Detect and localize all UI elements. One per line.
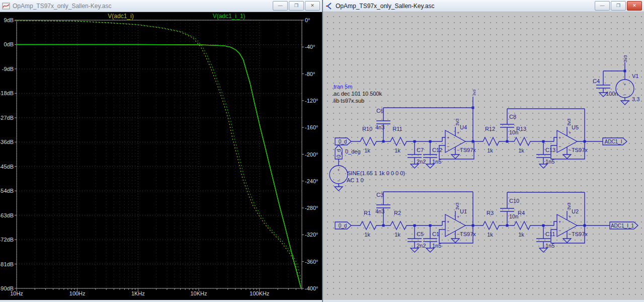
u1-vplus-pin: + bbox=[457, 214, 459, 219]
resistor-r11[interactable]: R11 1k bbox=[387, 126, 410, 154]
power-supply-v1[interactable]: 3v3 + − V1 3.3 bbox=[616, 55, 639, 105]
c5-value: 2n2 bbox=[417, 243, 426, 249]
waveform-close-button[interactable]: ✕ bbox=[305, 1, 320, 11]
capacitor-c8[interactable]: C8 10n bbox=[500, 109, 518, 141]
u2-vminus-pin: − bbox=[569, 232, 571, 237]
magnitude-curve-0 bbox=[17, 45, 301, 288]
spice-directive-tran[interactable]: .tran 5m bbox=[332, 84, 352, 90]
capacitor-c5[interactable]: C5 2n2 bbox=[408, 225, 426, 252]
waveform-window: OpAmp_TS97x_only_Sallen-Key.asc — ❐ ✕ 9d… bbox=[0, 0, 323, 302]
u4-power-label-3v3: 3v3 bbox=[455, 118, 460, 126]
u2-minus-input: − bbox=[558, 228, 561, 233]
capacitor-c6[interactable]: C6 4n3 bbox=[375, 108, 390, 141]
x-tick-label: 10Hz bbox=[10, 290, 23, 296]
opamp-u5[interactable]: + − + − 3v3 U5 TS97x bbox=[551, 118, 588, 159]
minimize-icon: — bbox=[278, 4, 283, 8]
trace-label-adc1-i[interactable]: V(adc1_i) bbox=[108, 13, 133, 20]
trace-label-adc1-i-1[interactable]: V(adc1_i_1) bbox=[213, 13, 246, 20]
c11-value: 1n5 bbox=[545, 243, 554, 249]
spice-directive-ac[interactable]: .ac dec 101 10 500k bbox=[332, 91, 382, 97]
capacitor-c7[interactable]: C7 2n2 bbox=[408, 141, 426, 168]
port-adc1-i-1[interactable]: ADC1_I_1 bbox=[610, 222, 638, 229]
schematic-minimize-button[interactable]: — bbox=[595, 1, 610, 11]
schematic-window-controls: — ❐ ✕ bbox=[595, 1, 642, 11]
opamp-u4[interactable]: + − + − 3v3 U4 TS97x bbox=[439, 118, 476, 159]
resistor-r12[interactable]: R12 1k bbox=[480, 126, 502, 154]
c6-name: C6 bbox=[376, 108, 383, 114]
capacitor-c1[interactable]: C1 1n5 bbox=[423, 225, 441, 252]
c7-name: C7 bbox=[417, 147, 424, 153]
y-left-tick-label: -81dB bbox=[0, 261, 14, 267]
waveform-titlebar[interactable]: OpAmp_TS97x_only_Sallen-Key.asc — ❐ ✕ bbox=[0, 0, 322, 12]
c8-name: C8 bbox=[509, 114, 516, 120]
y-right-tick-label: -80° bbox=[305, 71, 315, 77]
y-left-tick-label: -9dB bbox=[2, 66, 14, 72]
source-label: 0_deg bbox=[345, 148, 361, 155]
opamp-u1[interactable]: + − + − 3v3 U1 TS97x bbox=[439, 202, 476, 243]
c10-value: 10n bbox=[509, 213, 518, 219]
schematic-window-title: OpAmp_TS97x_only_Sallen-Key.asc bbox=[336, 3, 592, 10]
x-tick-label: 100Hz bbox=[69, 290, 86, 296]
y-right-tick-label: -360° bbox=[305, 259, 318, 265]
r11-name: R11 bbox=[392, 126, 402, 132]
ground-symbol bbox=[451, 155, 459, 159]
spice-directive-lib[interactable]: .lib ts97x.sub bbox=[332, 98, 364, 104]
u5-power-label-3v3: 3v3 bbox=[567, 118, 572, 126]
capacitor-c4[interactable]: C4 100n bbox=[593, 71, 625, 97]
u1-power-label-3v3: 3v3 bbox=[455, 202, 460, 210]
u1-name: U1 bbox=[460, 208, 467, 214]
u5-vplus-pin: + bbox=[569, 130, 571, 135]
waveform-window-bottom-border bbox=[0, 300, 322, 302]
schematic-canvas[interactable]: .tran 5m .ac dec 101 10 500k .lib ts97x.… bbox=[323, 12, 644, 300]
y-right-tick-label: -120° bbox=[305, 98, 318, 104]
waveform-minimize-button[interactable]: — bbox=[273, 1, 288, 11]
capacitor-c3[interactable]: C3 4n3 bbox=[375, 192, 390, 225]
u1-vminus-pin: − bbox=[457, 232, 459, 237]
ground-symbol bbox=[563, 239, 571, 243]
port-adc1-i[interactable]: ADC1_I bbox=[603, 138, 627, 145]
y-right-tick-label: -320° bbox=[305, 232, 318, 238]
r4-name: R4 bbox=[518, 210, 525, 216]
c1-name: C1 bbox=[432, 231, 439, 237]
source-value-sine: SINE(1.65 1 1k 0 0 0 0) bbox=[347, 170, 405, 176]
port-0d-source[interactable]: 0_d bbox=[335, 145, 342, 159]
resistor-r2[interactable]: R2 1k bbox=[387, 210, 410, 238]
waveform-plot-area[interactable]: 9dB0dB-9dB-18dB-27dB-36dB-45dB-54dB-63dB… bbox=[0, 12, 322, 300]
waveform-maximize-button[interactable]: ❐ bbox=[289, 1, 304, 11]
opamp-u2[interactable]: + − + − 3v3 U2 TS97x bbox=[551, 202, 588, 243]
y-right-tick-label: 0° bbox=[305, 17, 310, 23]
u2-vplus-pin: + bbox=[569, 214, 571, 219]
ground-symbol bbox=[621, 101, 629, 105]
svg-text:0_d: 0_d bbox=[339, 223, 347, 229]
c12-value: 1n5 bbox=[432, 159, 441, 165]
port-0d-bottom[interactable]: 0_d bbox=[335, 222, 351, 229]
y-left-tick-label: -27dB bbox=[0, 115, 14, 121]
ground-symbol bbox=[411, 164, 419, 168]
y-right-tick-label: -160° bbox=[305, 124, 318, 130]
schematic-drawing[interactable]: .tran 5m .ac dec 101 10 500k .lib ts97x.… bbox=[323, 12, 642, 298]
net-label-3v3-stub[interactable]: 3v3 bbox=[472, 90, 476, 96]
ground-symbol bbox=[539, 248, 547, 252]
phase-curve-1 bbox=[17, 21, 301, 283]
c1-value: 1n5 bbox=[432, 243, 441, 249]
r4-value: 1k bbox=[518, 232, 524, 238]
port-0d-top[interactable]: 0_d bbox=[335, 138, 351, 145]
x-tick-label: 1KHz bbox=[131, 290, 145, 296]
schematic-window-bottom-border bbox=[323, 300, 644, 302]
v1-plus: + bbox=[623, 82, 626, 87]
schematic-close-button[interactable]: ✕ bbox=[627, 1, 642, 11]
schematic-titlebar[interactable]: OpAmp_TS97x_only_Sallen-Key.asc — ❐ ✕ bbox=[323, 0, 644, 12]
capacitor-c10[interactable]: C10 10n bbox=[500, 192, 519, 225]
v1-name: V1 bbox=[632, 73, 638, 79]
r13-name: R13 bbox=[516, 126, 526, 132]
schematic-maximize-button[interactable]: ❐ bbox=[611, 1, 626, 11]
u5-plus-input: + bbox=[558, 135, 561, 140]
y-right-tick-label: -240° bbox=[305, 178, 318, 184]
r3-name: R3 bbox=[487, 210, 494, 216]
waveform-app-icon bbox=[2, 2, 10, 10]
ground-symbol bbox=[539, 164, 547, 168]
y-left-tick-label: 9dB bbox=[4, 17, 14, 23]
resistor-r3[interactable]: R3 1k bbox=[480, 210, 502, 238]
bode-plot[interactable]: 9dB0dB-9dB-18dB-27dB-36dB-45dB-54dB-63dB… bbox=[0, 12, 321, 298]
c6-value: 4n3 bbox=[375, 124, 384, 130]
